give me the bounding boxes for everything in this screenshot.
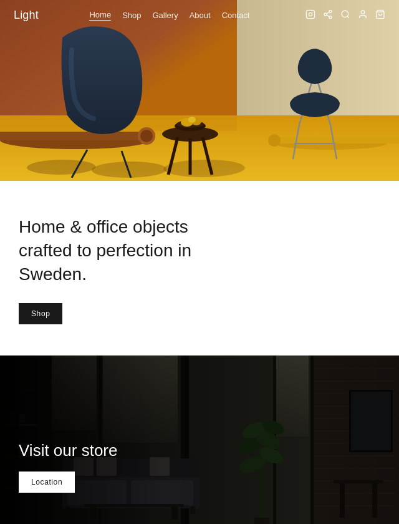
user-icon[interactable]: [358, 9, 368, 21]
nav-shop[interactable]: Shop: [122, 11, 141, 20]
svg-point-1: [309, 12, 312, 16]
shop-button[interactable]: Shop: [19, 303, 62, 324]
svg-point-19: [140, 130, 153, 142]
site-logo[interactable]: Light: [14, 9, 39, 22]
search-icon[interactable]: [340, 9, 350, 21]
svg-point-3: [329, 10, 332, 12]
instagram-icon[interactable]: [305, 9, 315, 21]
hero-tagline: Home & office objects crafted to perfect…: [19, 215, 231, 286]
svg-rect-0: [306, 10, 314, 18]
svg-line-6: [327, 15, 330, 17]
store-title: Visit our store: [19, 441, 117, 460]
share-icon[interactable]: [323, 9, 333, 21]
store-image: [0, 355, 399, 524]
nav-contact[interactable]: Contact: [222, 11, 250, 20]
nav-about[interactable]: About: [190, 11, 211, 20]
content-section: Home & office objects crafted to perfect…: [0, 181, 399, 355]
location-button[interactable]: Location: [19, 472, 75, 493]
svg-rect-21: [274, 137, 399, 143]
store-content: Visit our store Location: [19, 441, 117, 493]
main-nav: Home Shop Gallery About Contact: [89, 10, 249, 21]
svg-point-5: [329, 16, 332, 19]
site-header: Light Home Shop Gallery About Contact: [0, 0, 399, 31]
svg-line-9: [347, 16, 349, 18]
cart-icon[interactable]: [375, 9, 385, 21]
svg-point-36: [188, 117, 196, 123]
svg-point-22: [268, 134, 281, 147]
store-section: Visit our store Location: [0, 355, 399, 524]
svg-point-10: [361, 11, 364, 14]
svg-line-7: [327, 12, 330, 14]
nav-home[interactable]: Home: [89, 10, 111, 21]
svg-rect-17: [0, 132, 147, 140]
svg-rect-100: [0, 355, 19, 524]
svg-point-2: [312, 12, 313, 12]
svg-rect-99: [0, 355, 399, 524]
svg-point-4: [324, 13, 327, 16]
svg-point-8: [342, 11, 349, 17]
nav-icon-group: [305, 9, 385, 21]
nav-gallery[interactable]: Gallery: [153, 11, 178, 20]
